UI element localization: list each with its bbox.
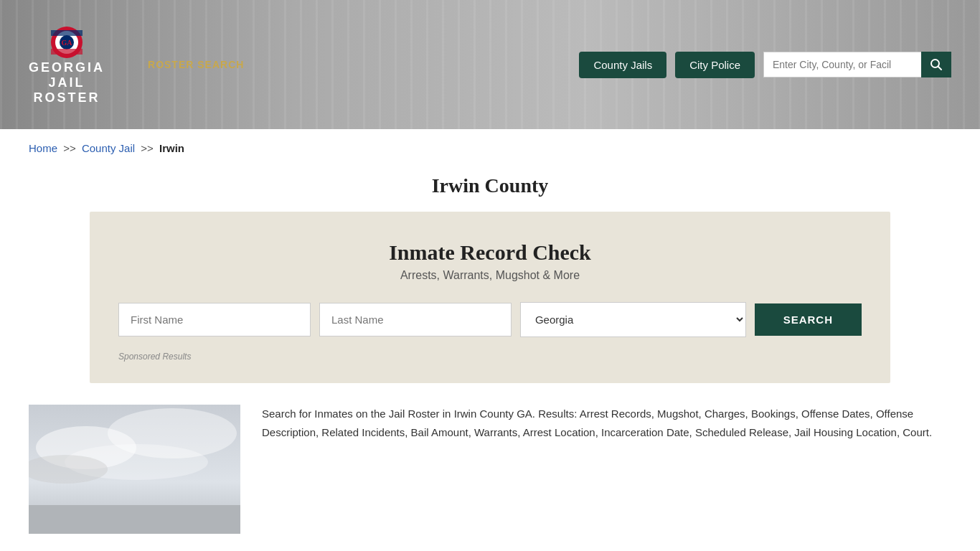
bottom-image-svg [29,405,240,534]
svg-rect-4 [51,30,83,36]
breadcrumb-current: Irwin [159,142,184,154]
state-select[interactable]: AlabamaAlaskaArizonaArkansasCaliforniaCo… [520,302,746,337]
header-search-button[interactable] [921,52,951,77]
header-search-bar [763,52,951,77]
breadcrumb-county-jail[interactable]: County Jail [82,142,135,154]
record-check-form: AlabamaAlaskaArizonaArkansasCaliforniaCo… [118,302,862,337]
svg-rect-5 [51,49,83,55]
search-icon [930,58,943,71]
breadcrumb-sep-2: >> [141,142,154,154]
logo-text-jail: JAIL [49,75,85,90]
record-check-title: Inmate Record Check [118,240,862,265]
page-title: Irwin County [0,174,980,197]
bottom-image-inner [29,405,240,534]
georgia-flag-icon: GA [49,24,85,60]
header-right: County Jails City Police [579,52,951,78]
logo[interactable]: GA GEORGIA JAIL ROSTER [29,24,105,105]
svg-text:GA: GA [62,39,73,47]
header-search-input[interactable] [763,52,921,77]
city-police-button[interactable]: City Police [675,52,755,78]
bottom-section: Search for Inmates on the Jail Roster in… [0,383,980,551]
breadcrumb-home[interactable]: Home [29,142,57,154]
breadcrumb-sep-1: >> [63,142,76,154]
bottom-description: Search for Inmates on the Jail Roster in… [262,405,951,441]
record-check-box: Inmate Record Check Arrests, Warrants, M… [90,212,890,383]
first-name-input[interactable] [118,303,311,336]
svg-line-7 [938,67,942,70]
county-jails-button[interactable]: County Jails [579,52,666,78]
logo-text-roster: ROSTER [34,90,100,105]
roster-search-nav[interactable]: ROSTER SEARCH [148,59,244,70]
search-record-button[interactable]: SEARCH [755,303,862,336]
last-name-input[interactable] [319,303,512,336]
breadcrumb: Home >> County Jail >> Irwin [0,129,980,167]
sponsored-label: Sponsored Results [118,352,862,362]
header: GA GEORGIA JAIL ROSTER ROSTER SEARCH Cou… [0,0,980,129]
record-check-subtitle: Arrests, Warrants, Mugshot & More [118,269,862,282]
logo-text-georgia: GEORGIA [29,60,105,75]
header-content: GA GEORGIA JAIL ROSTER ROSTER SEARCH Cou… [0,0,980,129]
svg-rect-13 [29,505,240,534]
bottom-image [29,405,240,534]
